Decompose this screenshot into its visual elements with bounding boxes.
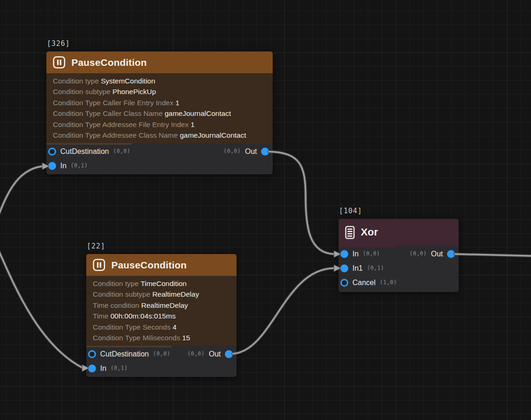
property-value: TimeCondition xyxy=(141,280,186,287)
node-xor-104[interactable]: [104] Xor In(0,0)(0,0)OutIn1(0,1)Cancel(… xyxy=(339,219,459,292)
property-value: 1 xyxy=(191,121,195,128)
port-dot-in[interactable] xyxy=(340,250,348,258)
wire-326-out-to-104-in[interactable] xyxy=(269,152,341,258)
node-ports: In(0,0)(0,0)OutIn1(0,1)Cancel(1,0) xyxy=(339,246,459,292)
port-label: In1 xyxy=(352,264,363,273)
node-header[interactable]: PauseCondition xyxy=(86,254,237,276)
port-index: (0,0) xyxy=(224,148,241,154)
port-index: (0,1) xyxy=(70,162,88,169)
node-title: PauseCondition xyxy=(111,260,187,271)
port-dot-in[interactable] xyxy=(88,364,96,372)
property-row: Condition type SystemCondition xyxy=(53,76,266,86)
port-row: In1(0,1) xyxy=(339,261,459,275)
pause-icon xyxy=(53,56,65,69)
property-label: Time xyxy=(93,312,110,320)
port-dot-in[interactable] xyxy=(48,162,56,170)
list-icon xyxy=(345,226,355,239)
wire-offscreen-to-326-in[interactable] xyxy=(0,163,49,236)
property-row: Condition Type Addressee Class Name game… xyxy=(53,130,266,140)
property-value: RealtimeDelay xyxy=(152,290,199,298)
port-row: In(0,1) xyxy=(86,361,237,375)
property-value: 00h:00m:04s:015ms xyxy=(110,312,175,320)
node-ports: CutDestination(0,0)(0,0)OutIn(0,1) xyxy=(46,143,273,174)
port-index: (0,1) xyxy=(367,265,384,271)
node-id-label: [104] xyxy=(339,207,362,215)
property-value: SystemCondition xyxy=(101,77,155,85)
property-label: Condition Type Addressee Class Name xyxy=(53,131,180,139)
property-label: Condition Type Seconds xyxy=(93,323,173,331)
property-value: RealtimeDelay xyxy=(141,301,188,309)
property-value: 15 xyxy=(182,334,190,342)
port-label: In xyxy=(60,162,66,170)
port-label: Out xyxy=(245,147,257,156)
node-pausecondition-22[interactable]: [22] PauseCondition Condition type TimeC… xyxy=(86,254,237,377)
node-id-label: [326] xyxy=(47,39,70,48)
node-pausecondition-326[interactable]: [326] PauseCondition Condition type Syst… xyxy=(46,51,273,174)
port-label: In xyxy=(352,250,358,258)
node-ports: CutDestination(0,0)(0,0)OutIn(0,1) xyxy=(86,346,237,377)
property-label: Condition subtype xyxy=(53,88,112,95)
property-row: Condition Type Miliseconds 15 xyxy=(93,332,230,343)
wire-104-out-to-offscreen[interactable] xyxy=(455,254,531,256)
port-dot-out[interactable] xyxy=(447,250,455,258)
port-label: CutDestination xyxy=(60,147,109,156)
port-row: Cancel(1,0) xyxy=(339,275,459,290)
property-label: Condition type xyxy=(93,280,141,287)
node-header[interactable]: Xor xyxy=(339,219,459,246)
port-dot-out[interactable] xyxy=(225,350,233,358)
port-dot-in1[interactable] xyxy=(340,264,348,272)
property-value: 1 xyxy=(175,99,179,107)
port-label: Cancel xyxy=(352,279,376,287)
property-label: Time condition xyxy=(93,301,141,309)
node-title: PauseCondition xyxy=(71,57,147,68)
port-label: Out xyxy=(431,250,443,258)
port-index: (0,0) xyxy=(363,250,380,257)
port-row: In(0,1) xyxy=(46,159,273,173)
port-label: CutDestination xyxy=(100,350,149,358)
node-graph-canvas[interactable]: [326] PauseCondition Condition type Syst… xyxy=(0,0,531,420)
property-row: Condition Type Caller File Entry Index 1 xyxy=(53,97,266,108)
property-label: Condition Type Caller File Entry Index xyxy=(53,99,175,107)
property-label: Condition Type Caller Class Name xyxy=(53,109,165,117)
node-header[interactable]: PauseCondition xyxy=(46,51,273,73)
port-row: In(0,0)(0,0)Out xyxy=(339,247,459,261)
pause-icon xyxy=(93,259,105,271)
node-properties: Condition type SystemConditionCondition … xyxy=(46,73,273,143)
property-row: Condition Type Addressee File Entry Inde… xyxy=(53,119,266,130)
node-id-label: [22] xyxy=(87,242,105,250)
port-index: (0,0) xyxy=(187,350,205,357)
port-dot-cutdestination[interactable] xyxy=(88,350,96,358)
property-label: Condition subtype xyxy=(93,290,152,298)
port-dot-cutdestination[interactable] xyxy=(48,147,56,155)
port-row: CutDestination(0,0)(0,0)Out xyxy=(46,144,273,159)
port-dot-out[interactable] xyxy=(261,147,269,155)
port-index: (0,0) xyxy=(409,250,427,257)
property-row: Condition subtype PhonePickUp xyxy=(53,86,266,97)
property-label: Condition Type Addressee File Entry Inde… xyxy=(53,121,191,128)
port-label: Out xyxy=(209,350,221,358)
wire-offscreen-to-22-in[interactable] xyxy=(0,239,89,372)
port-index: (0,0) xyxy=(153,350,170,357)
node-properties: Condition type TimeConditionCondition su… xyxy=(86,276,237,346)
property-row: Condition Type Caller Class Name gameJou… xyxy=(53,108,266,119)
property-row: Condition subtype RealtimeDelay xyxy=(93,289,230,299)
port-index: (1,0) xyxy=(380,279,397,286)
port-label: In xyxy=(100,364,106,373)
property-value: gameJournalContact xyxy=(165,109,231,117)
property-value: PhonePickUp xyxy=(112,88,156,95)
port-cutdestination[interactable]: CutDestination(0,0) xyxy=(86,350,170,358)
property-row: Condition Type Seconds 4 xyxy=(93,322,230,332)
wire-22-out-to-104-in1[interactable] xyxy=(233,265,341,354)
port-index: (0,1) xyxy=(110,365,128,371)
property-label: Condition type xyxy=(53,77,101,85)
port-cutdestination[interactable]: CutDestination(0,0) xyxy=(46,147,130,156)
property-row: Condition type TimeCondition xyxy=(93,278,230,289)
property-row: Time condition RealtimeDelay xyxy=(93,300,230,311)
port-row: CutDestination(0,0)(0,0)Out xyxy=(86,347,237,361)
property-value: 4 xyxy=(173,323,177,331)
property-label: Condition Type Miliseconds xyxy=(93,334,182,342)
port-index: (0,0) xyxy=(113,148,130,154)
node-title: Xor xyxy=(361,226,378,238)
port-dot-cancel[interactable] xyxy=(340,279,348,286)
property-row: Time 00h:00m:04s:015ms xyxy=(93,311,230,321)
